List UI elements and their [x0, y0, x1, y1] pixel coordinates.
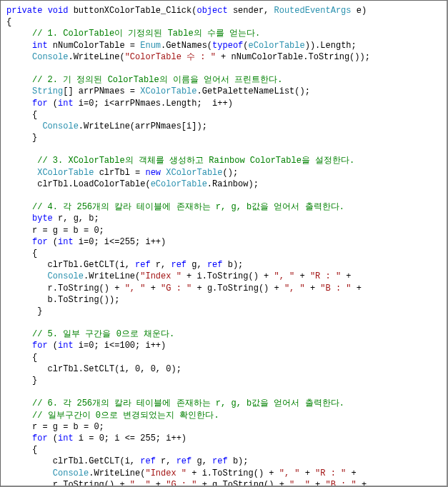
code-token-plain: +	[151, 480, 166, 487]
code-token-plain: r.ToString() +	[6, 283, 125, 293]
code-token-type: XColorTable	[140, 86, 196, 96]
code-token-kw: ref	[140, 456, 156, 466]
code-token-plain: + nNumColorTable.ToString());	[216, 52, 370, 62]
code-token-plain	[6, 156, 37, 166]
code-token-kw: int	[58, 433, 74, 443]
code-token-str: ", "	[274, 271, 294, 281]
code-token-kw: ref	[135, 260, 151, 270]
code-token-kw: ref	[176, 456, 192, 466]
code-token-str: ", "	[130, 480, 151, 487]
code-token-kw: ref	[212, 456, 228, 466]
code-token-plain: clrTbl =	[94, 168, 145, 178]
code-token-str: "G : "	[161, 283, 191, 293]
code-token-plain: + g.ToString() +	[191, 283, 284, 293]
code-token-kw: typeof	[212, 41, 243, 51]
code-token-plain: +	[145, 283, 161, 293]
code-token-plain	[6, 237, 32, 247]
code-token-plain	[6, 41, 32, 51]
code-token-plain: }	[6, 376, 37, 386]
code-token-plain: r, g, b;	[53, 214, 99, 224]
code-token-plain: +	[300, 468, 316, 478]
code-token-plain: }	[6, 133, 37, 143]
code-token-kw: int	[58, 99, 74, 109]
code-token-str: "B : "	[326, 480, 357, 487]
code-token-kw: int	[32, 41, 48, 51]
code-token-plain	[6, 121, 42, 131]
code-token-plain: (	[48, 341, 58, 351]
code-token-plain	[6, 271, 48, 281]
code-token-type: Enum	[140, 41, 161, 51]
code-token-plain	[6, 202, 32, 212]
code-token-str: "Index "	[145, 468, 186, 478]
code-token-plain	[6, 99, 32, 109]
code-token-plain: (	[48, 237, 58, 247]
code-token-plain: clrTbl.GetCLT(i,	[6, 456, 140, 466]
code-token-plain: (	[243, 41, 248, 51]
code-token-str: "R : "	[315, 468, 346, 478]
code-token-plain: r,	[151, 260, 171, 270]
code-token-plain: .WriteLine(	[68, 52, 124, 62]
code-token-type: Console	[53, 468, 89, 478]
code-token-plain	[6, 411, 32, 421]
code-token-str: "B : "	[320, 283, 351, 293]
code-token-str: ", "	[284, 283, 305, 293]
code-token-plain	[6, 468, 53, 478]
code-token-type: String	[32, 86, 63, 96]
code-token-plain	[6, 329, 32, 339]
code-token-cmt: // 5. 일부 구간을 0으로 채운다.	[32, 329, 174, 339]
code-token-plain: +	[305, 283, 321, 293]
code-token-kw: byte	[32, 214, 53, 224]
code-token-type: XColorTable	[166, 168, 222, 178]
code-token-plain: b);	[228, 456, 249, 466]
code-token-plain: clrTbl.GetCLT(i,	[6, 260, 135, 270]
code-token-plain: )).Length;	[305, 41, 357, 51]
code-token-str: ", "	[279, 468, 300, 478]
code-token-plain	[6, 214, 32, 224]
code-token-plain	[42, 6, 47, 16]
code-token-plain: +	[341, 271, 351, 281]
code-token-plain: [] arrPNmaes =	[63, 86, 140, 96]
code-token-plain: (	[48, 433, 58, 443]
code-token-plain: clrTbl.LoadColorTable(	[6, 179, 151, 189]
code-token-plain	[6, 52, 32, 62]
code-token-plain: r,	[156, 456, 176, 466]
code-token-type: RoutedEventArgs	[274, 6, 352, 16]
code-token-plain: i=0; i<=100; i++)	[74, 341, 166, 351]
code-token-plain: r.ToString() +	[6, 480, 130, 487]
code-token-cmt: // 6. 각 256개의 칼라 테이블에 존재하는 r, g, b값을 얻어서…	[32, 398, 349, 408]
code-token-plain: (	[48, 99, 58, 109]
code-token-plain: i=0; i<=255; i++)	[74, 237, 166, 247]
code-token-cmt: // 1. ColorTable이 기정의된 Table의 수를 얻는다.	[32, 29, 260, 39]
code-token-plain	[6, 168, 37, 178]
code-token-plain: {	[6, 248, 37, 258]
code-token-plain: b);	[222, 260, 243, 270]
code-token-type: Console	[48, 271, 84, 281]
code-token-plain: .WriteLine(	[89, 468, 145, 478]
code-token-plain: {	[6, 353, 37, 363]
code-token-plain: nNumColorTable =	[48, 41, 141, 51]
code-token-type: eColorTable	[151, 179, 207, 189]
code-token-cmt: // 일부구간이 0으로 변경되었는지 확인한다.	[32, 411, 219, 421]
code-token-kw: new	[145, 168, 161, 178]
code-token-str: "ColorTable 수 : "	[125, 52, 216, 62]
code-token-plain: +	[346, 468, 356, 478]
code-token-plain: b.ToString());	[6, 295, 119, 305]
code-token-plain: ();	[222, 168, 238, 178]
code-token-plain: .GetNames(	[161, 41, 212, 51]
code-token-plain: .GetPaletteNameList();	[196, 86, 309, 96]
code-token-plain: +	[310, 480, 326, 487]
code-token-str: "R : "	[310, 271, 341, 281]
code-token-str: ", "	[289, 480, 310, 487]
code-token-str: "Index "	[140, 271, 181, 281]
code-token-plain: i=0; i<arrPNmaes.Length; i++)	[74, 99, 233, 109]
code-token-plain: i = 0; i <= 255; i++)	[74, 433, 186, 443]
code-token-plain: .Rainbow);	[207, 179, 259, 189]
code-token-plain: +	[294, 271, 310, 281]
code-token-plain: g,	[191, 456, 212, 466]
code-token-plain: + g.ToString() +	[196, 480, 289, 487]
code-token-plain: +	[357, 480, 367, 487]
code-token-plain: .WriteLine(	[84, 271, 140, 281]
code-token-kw: for	[32, 237, 48, 247]
code-token-plain	[6, 86, 32, 96]
code-token-kw: private	[6, 6, 42, 16]
